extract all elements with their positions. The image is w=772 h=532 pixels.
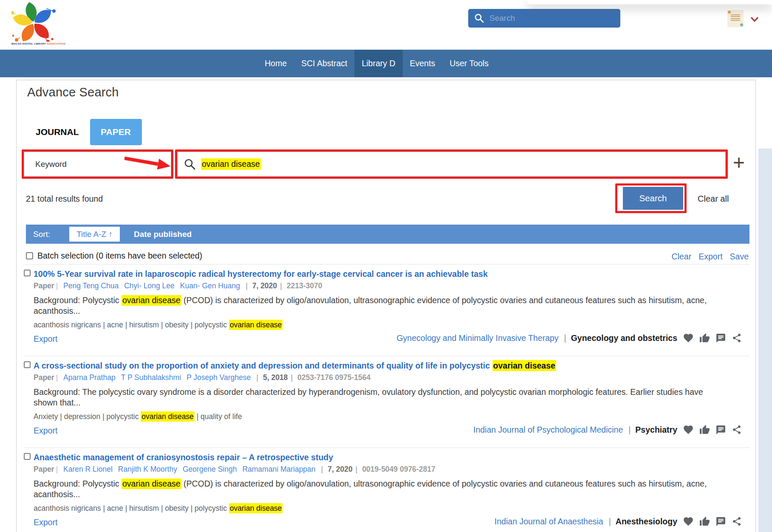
- journal-link[interactable]: Indian Journal of Psychological Medicine: [473, 425, 623, 435]
- comment-icon[interactable]: [715, 516, 726, 527]
- result-footer: Export Gynecology and Minimally Invasive…: [34, 334, 749, 347]
- author-link[interactable]: Ramamani Mariappan: [242, 465, 315, 473]
- result-date: 5, 2018: [256, 373, 288, 382]
- author-link[interactable]: T P Subhalakshmi: [121, 373, 181, 382]
- author-link[interactable]: Georgene Singh: [183, 465, 237, 473]
- result-description: Background: Polycystic ovarian disease (…: [34, 295, 709, 316]
- annotation-box-query: ovarian disease: [175, 149, 728, 179]
- comment-icon[interactable]: [715, 333, 726, 343]
- thumbs-up-icon[interactable]: [699, 425, 710, 435]
- export-button[interactable]: Export: [34, 334, 57, 343]
- result-checkbox[interactable]: [24, 270, 31, 276]
- result-title-link[interactable]: Anaesthetic management of craniosynostos…: [34, 452, 698, 463]
- page: MACAO DIGITAL LIBRARY ASSOCIATION HomeSC…: [0, 0, 772, 532]
- result-checkbox[interactable]: [24, 361, 31, 368]
- tags-highlight: ovarian disease: [229, 503, 283, 513]
- result-tags: acanthosis nigricans | acne | hirsutism …: [34, 321, 749, 329]
- search-icon: [474, 13, 484, 23]
- heart-icon[interactable]: [683, 424, 694, 435]
- result-title-text: 100% 5-Year survival rate in laparoscopi…: [34, 269, 488, 279]
- global-search-input[interactable]: [489, 14, 616, 23]
- author-link[interactable]: Chyi- Long Lee: [124, 281, 175, 290]
- add-criteria-button[interactable]: +: [730, 149, 748, 179]
- top-header: MACAO DIGITAL LIBRARY ASSOCIATION: [0, 0, 772, 50]
- description-text: Background: The polycystic ovary syndrom…: [34, 387, 703, 407]
- site-logo[interactable]: MACAO DIGITAL LIBRARY ASSOCIATION: [11, 2, 58, 45]
- field-type-value: Keyword: [35, 160, 67, 169]
- result-type: Paper: [34, 465, 54, 473]
- heart-icon[interactable]: [683, 332, 694, 343]
- result-description: Background: Polycystic ovarian disease (…: [34, 479, 709, 500]
- result-checkbox[interactable]: [24, 453, 31, 460]
- search-icon: [184, 158, 196, 170]
- description-text: Background: Polycystic: [34, 479, 122, 488]
- heart-icon[interactable]: [683, 516, 694, 527]
- sort-options: Title A-Z ↑Date published: [69, 225, 196, 244]
- annotation-arrow: [124, 152, 174, 173]
- batch-link-save[interactable]: Save: [730, 252, 749, 262]
- tags-text: Anxiety | depression | polycystic: [34, 412, 141, 421]
- export-button[interactable]: Export: [34, 518, 57, 527]
- nav-item-user-tools[interactable]: User Tools: [442, 50, 496, 77]
- tab-journal[interactable]: JOURNAL: [36, 127, 79, 137]
- logo-text-accent: ASSOCIATION: [47, 42, 65, 45]
- category-label: Gynecology and obstetrics: [564, 333, 677, 343]
- journal-link[interactable]: Gynecology and Minimally Invasive Therap…: [396, 333, 558, 343]
- result-title-text: Anaesthetic management of craniosynostos…: [34, 453, 333, 462]
- nav-item-home[interactable]: Home: [257, 50, 294, 77]
- clear-all-button[interactable]: Clear all: [698, 194, 729, 204]
- category-label: Psychiatry: [628, 425, 677, 435]
- result-issn: 2213-3070: [280, 281, 322, 290]
- query-input[interactable]: ovarian disease: [177, 152, 726, 177]
- nav-item-events[interactable]: Events: [403, 50, 443, 77]
- thumbs-up-icon[interactable]: [699, 516, 710, 527]
- result-footer-right: Gynecology and Minimally Invasive Therap…: [396, 332, 742, 343]
- journal-link[interactable]: Indian Journal of Anaesthesia: [495, 517, 603, 526]
- result-issn: 0019-5049 0976-2817: [356, 465, 435, 473]
- share-icon[interactable]: [732, 425, 742, 435]
- author-link[interactable]: Peng Teng Chua: [63, 281, 119, 290]
- result-footer-right: Indian Journal of Anaesthesia Anesthesio…: [495, 516, 742, 527]
- global-search: [468, 9, 620, 28]
- query-text: ovarian disease: [201, 158, 261, 170]
- author-link[interactable]: Aparna Prathap: [63, 373, 116, 382]
- author-link[interactable]: Ranjith K Moorthy: [118, 465, 177, 473]
- description-highlight: ovarian disease: [122, 479, 181, 489]
- result-footer: Export Indian Journal of Psychological M…: [34, 426, 749, 439]
- sort-label: Sort:: [33, 230, 50, 239]
- result-item: Anaesthetic management of craniosynostos…: [24, 448, 749, 532]
- batch-link-export[interactable]: Export: [698, 252, 722, 262]
- scrollbar-strip[interactable]: [758, 149, 772, 532]
- authors: Aparna PrathapT P SubhalakshmiP Joseph V…: [56, 373, 257, 382]
- authors: Karen R LionelRanjith K MoorthyGeorgene …: [56, 465, 321, 473]
- result-tags: Anxiety | depression | polycystic ovaria…: [34, 412, 749, 421]
- result-title-link[interactable]: 100% 5-Year survival rate in laparoscopi…: [34, 269, 698, 279]
- description-text: Background: Polycystic: [34, 296, 122, 305]
- author-link[interactable]: P Joseph Varghese: [187, 373, 251, 382]
- chevron-down-icon[interactable]: [751, 17, 758, 23]
- author-link[interactable]: Karen R Lionel: [63, 465, 113, 473]
- description-highlight: ovarian disease: [122, 295, 181, 306]
- sort-option-title-a-z[interactable]: Title A-Z ↑: [69, 227, 120, 242]
- nav-item-sci-abstract[interactable]: SCI Abstract: [294, 50, 354, 77]
- logo-flower-icon: [11, 2, 56, 42]
- share-icon[interactable]: [732, 516, 742, 526]
- result-title-link[interactable]: A cross-sectional study on the proportio…: [34, 360, 698, 371]
- sort-option-date-published[interactable]: Date published: [130, 225, 196, 244]
- result-issn: 0253-7176 0975-1564: [291, 373, 370, 382]
- batch-link-clear[interactable]: Clear: [672, 252, 692, 262]
- avatar[interactable]: [727, 10, 744, 27]
- batch-checkbox[interactable]: [26, 252, 33, 259]
- annotation-box-search-button: Search: [615, 183, 687, 213]
- comment-icon[interactable]: [715, 425, 726, 435]
- export-button[interactable]: Export: [34, 426, 57, 435]
- batch-selection: Batch selection (0 items have been selec…: [26, 251, 202, 261]
- thumbs-up-icon[interactable]: [699, 333, 710, 343]
- share-icon[interactable]: [732, 333, 742, 343]
- results-count: 21 total results found: [26, 194, 103, 204]
- search-button[interactable]: Search: [623, 187, 683, 210]
- main-nav-items: HomeSCI AbstractLibrary DEventsUser Tool…: [257, 50, 772, 77]
- nav-item-library-d[interactable]: Library D: [354, 50, 402, 77]
- author-link[interactable]: Kuan- Gen Huang: [180, 281, 240, 290]
- tab-paper[interactable]: PAPER: [90, 119, 142, 145]
